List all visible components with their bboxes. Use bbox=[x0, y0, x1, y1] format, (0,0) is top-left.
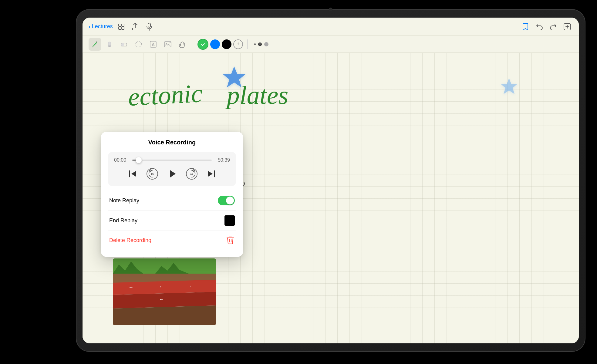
redo-button[interactable] bbox=[548, 21, 559, 32]
toolbar-divider bbox=[193, 39, 193, 49]
marker-tool-button[interactable] bbox=[103, 38, 116, 51]
size-large-dot[interactable] bbox=[264, 42, 268, 46]
note-canvas[interactable]: ectonic plates 1 When an oceanic pl come… bbox=[83, 53, 579, 343]
back-label: Lectures bbox=[92, 23, 113, 30]
back-chevron-icon: ‹ bbox=[89, 23, 91, 30]
grid-view-button[interactable] bbox=[116, 21, 127, 32]
ipad-frame: ‹ Lectures bbox=[76, 9, 585, 352]
svg-text:←: ← bbox=[159, 297, 164, 302]
svg-rect-3 bbox=[122, 27, 124, 29]
add-page-button[interactable] bbox=[562, 21, 573, 32]
svg-text:←: ← bbox=[129, 285, 133, 290]
color-blue-button[interactable] bbox=[210, 39, 220, 49]
options-list: Note Replay End Replay Delete Recording bbox=[108, 191, 236, 250]
size-small-dot[interactable] bbox=[254, 43, 256, 45]
skip-back-button[interactable] bbox=[126, 167, 139, 180]
color-add-button[interactable]: + bbox=[233, 39, 243, 49]
note-replay-toggle[interactable] bbox=[218, 196, 235, 205]
svg-rect-0 bbox=[119, 24, 121, 26]
toolbar-top: ‹ Lectures bbox=[83, 18, 579, 36]
skip-forward-button[interactable] bbox=[205, 167, 218, 180]
back-button[interactable]: ‹ Lectures bbox=[89, 23, 113, 30]
microphone-button[interactable] bbox=[144, 21, 155, 32]
panel-title: Voice Recording bbox=[108, 139, 236, 146]
svg-rect-7 bbox=[108, 42, 111, 46]
svg-rect-9 bbox=[121, 43, 124, 46]
share-button[interactable] bbox=[130, 21, 141, 32]
forward-15-button[interactable]: 15 bbox=[186, 168, 197, 180]
image-tool-button[interactable] bbox=[161, 38, 174, 51]
ipad-screen: ‹ Lectures bbox=[83, 18, 579, 343]
progress-thumb[interactable] bbox=[136, 157, 142, 163]
delete-recording-label[interactable]: Delete Recording bbox=[109, 237, 151, 244]
svg-point-11 bbox=[136, 42, 142, 47]
eraser-tool-button[interactable] bbox=[118, 38, 130, 51]
bookmark-button[interactable] bbox=[520, 21, 531, 32]
note-replay-label: Note Replay bbox=[109, 197, 139, 204]
end-replay-label: End Replay bbox=[109, 217, 137, 224]
size-medium-dot[interactable] bbox=[258, 42, 262, 46]
color-black-button[interactable] bbox=[222, 39, 231, 49]
rewind-15-button[interactable]: 15 bbox=[147, 168, 158, 180]
pen-tool-button[interactable] bbox=[89, 38, 101, 51]
hand-tool-button[interactable] bbox=[176, 38, 189, 51]
time-start: 00:00 bbox=[114, 157, 129, 163]
text-tool-button[interactable]: A bbox=[147, 38, 160, 51]
svg-marker-17 bbox=[501, 78, 518, 94]
camera bbox=[329, 8, 332, 11]
controls-row: 15 bbox=[114, 167, 230, 180]
toolbar-divider-2 bbox=[247, 39, 248, 49]
delete-recording-icon[interactable] bbox=[226, 236, 235, 245]
tectonic-text: ectonic bbox=[127, 78, 203, 112]
plates-text: plates bbox=[227, 80, 288, 110]
heading-area: ectonic plates bbox=[128, 80, 288, 110]
undo-button[interactable] bbox=[534, 21, 545, 32]
svg-text:←: ← bbox=[189, 283, 194, 288]
svg-text:←: ← bbox=[159, 284, 164, 289]
voice-recording-panel: Voice Recording 00:00 50:39 bbox=[101, 132, 243, 257]
color-green-selected[interactable] bbox=[197, 39, 208, 50]
time-row: 00:00 50:39 bbox=[114, 157, 230, 163]
note-replay-row: Note Replay bbox=[108, 191, 236, 211]
size-selector bbox=[254, 42, 268, 46]
svg-rect-2 bbox=[119, 27, 121, 29]
svg-rect-1 bbox=[122, 24, 124, 26]
svg-text:A: A bbox=[152, 42, 155, 47]
toggle-thumb bbox=[226, 197, 234, 204]
lasso-tool-button[interactable] bbox=[132, 38, 145, 51]
play-button[interactable] bbox=[165, 167, 179, 180]
svg-rect-4 bbox=[148, 23, 150, 27]
geology-diagram: ← ← ← ← bbox=[113, 258, 216, 325]
playback-section: 00:00 50:39 bbox=[108, 152, 236, 186]
end-replay-color[interactable] bbox=[224, 215, 235, 226]
time-end: 50:39 bbox=[215, 157, 230, 163]
drawing-toolbar: A bbox=[83, 36, 579, 53]
progress-track[interactable] bbox=[132, 160, 212, 161]
end-replay-row: End Replay bbox=[108, 211, 236, 231]
delete-recording-row: Delete Recording bbox=[108, 231, 236, 250]
star-decoration-2 bbox=[500, 77, 518, 99]
